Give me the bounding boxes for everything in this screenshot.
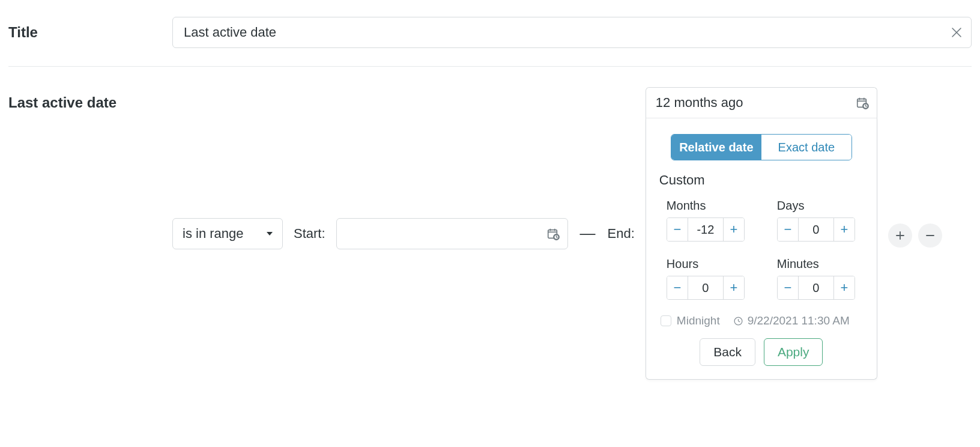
midnight-checkbox-wrap[interactable]: Midnight xyxy=(661,314,720,327)
popover-footer: Midnight 9/22/2021 11:30 AM xyxy=(659,314,864,327)
preview-text: 9/22/2021 11:30 AM xyxy=(748,314,850,327)
midnight-checkbox[interactable] xyxy=(661,315,671,326)
months-input[interactable] xyxy=(688,218,723,241)
days-label: Days xyxy=(777,199,856,213)
days-input[interactable] xyxy=(799,218,833,241)
svg-line-10 xyxy=(556,237,557,237)
svg-line-18 xyxy=(865,106,867,107)
hours-unit: Hours − + xyxy=(667,257,746,300)
divider xyxy=(8,66,972,67)
days-unit: Days − + xyxy=(777,199,856,242)
add-condition-button[interactable] xyxy=(888,224,912,248)
clear-title-button[interactable] xyxy=(946,22,967,43)
clock-icon xyxy=(733,316,743,326)
hours-decrement[interactable]: − xyxy=(667,276,688,299)
days-stepper: − + xyxy=(777,217,855,242)
minutes-label: Minutes xyxy=(777,257,856,271)
end-calendar-button[interactable] xyxy=(853,93,872,112)
tab-relative-date[interactable]: Relative date xyxy=(671,135,761,160)
operator-select[interactable]: is in range xyxy=(172,218,283,249)
days-increment[interactable]: + xyxy=(833,218,854,241)
calendar-clock-icon xyxy=(856,96,869,109)
operator-value: is in range xyxy=(183,226,244,242)
minutes-decrement[interactable]: − xyxy=(778,276,799,299)
range-dash: — xyxy=(579,224,597,243)
svg-line-21 xyxy=(738,321,740,321)
hours-label: Hours xyxy=(667,257,746,271)
hours-increment[interactable]: + xyxy=(723,276,744,299)
minutes-increment[interactable]: + xyxy=(833,276,854,299)
unit-grid: Months − + Days − xyxy=(659,199,864,300)
back-button[interactable]: Back xyxy=(700,338,755,366)
calendar-clock-icon xyxy=(546,227,560,240)
apply-button[interactable]: Apply xyxy=(764,338,823,366)
relative-date-popover: Relative date Exact date Custom Months −… xyxy=(646,118,877,380)
start-calendar-button[interactable] xyxy=(543,224,563,243)
days-decrement[interactable]: − xyxy=(778,218,799,241)
close-icon xyxy=(951,26,963,38)
hours-input[interactable] xyxy=(688,276,723,299)
custom-label: Custom xyxy=(659,172,864,188)
minutes-input[interactable] xyxy=(799,276,833,299)
caret-down-icon xyxy=(265,230,274,238)
months-increment[interactable]: + xyxy=(723,218,744,241)
title-input-wrap xyxy=(172,17,972,48)
minutes-stepper: − + xyxy=(777,276,855,300)
months-stepper: − + xyxy=(667,217,745,242)
title-input[interactable] xyxy=(172,17,972,48)
title-row: Title xyxy=(8,17,972,48)
tab-exact-date[interactable]: Exact date xyxy=(761,135,851,160)
months-decrement[interactable]: − xyxy=(667,218,688,241)
start-label: Start: xyxy=(294,226,325,242)
months-unit: Months − + xyxy=(667,199,746,242)
end-date-value: 12 months ago xyxy=(656,95,743,111)
midnight-label: Midnight xyxy=(677,314,720,327)
date-mode-segmented: Relative date Exact date xyxy=(671,134,852,160)
end-label: End: xyxy=(608,226,635,242)
popover-actions: Back Apply xyxy=(659,338,864,366)
datetime-preview: 9/22/2021 11:30 AM xyxy=(733,314,850,327)
hours-stepper: − + xyxy=(667,276,745,300)
months-label: Months xyxy=(667,199,746,213)
end-date-field[interactable]: 12 months ago xyxy=(646,87,877,118)
remove-condition-button[interactable] xyxy=(918,224,942,248)
end-date-block: 12 months ago xyxy=(646,87,877,380)
filter-row: Last active date is in range Start: xyxy=(8,87,972,380)
minus-icon xyxy=(925,230,936,241)
start-date-input[interactable] xyxy=(337,219,567,249)
start-date-field[interactable] xyxy=(336,218,568,249)
field-label: Last active date xyxy=(8,87,162,111)
minutes-unit: Minutes − + xyxy=(777,257,856,300)
svg-marker-2 xyxy=(267,232,273,236)
title-label: Title xyxy=(8,24,162,41)
plus-icon xyxy=(895,230,906,241)
